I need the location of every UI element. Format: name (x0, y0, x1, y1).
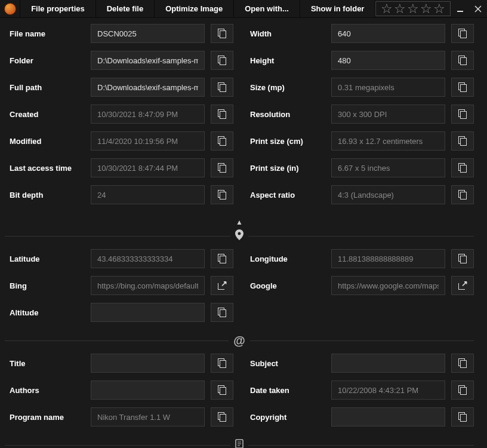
datetaken-label: Date taken (250, 386, 331, 395)
copy-icon (458, 163, 467, 173)
aspect-input (331, 185, 445, 204)
title-label: Title (10, 359, 91, 368)
titlebar: File properties Delete file Optimize Ima… (0, 0, 487, 18)
rating-stars[interactable]: ☆ ☆ ☆ ☆ ☆ (375, 1, 451, 16)
geo-divider (0, 229, 479, 243)
copy-icon (218, 163, 226, 173)
resolution-input (331, 105, 445, 124)
copy-icon (218, 82, 226, 92)
copy-button[interactable] (211, 78, 233, 97)
copy-button[interactable] (451, 158, 474, 177)
copy-button[interactable] (451, 354, 474, 373)
copy-icon (218, 136, 226, 146)
lastaccess-input (91, 158, 205, 177)
resolution-label: Resolution (250, 110, 331, 119)
printin-input (331, 158, 445, 177)
program-label: Program name (10, 413, 91, 422)
copy-icon (218, 109, 226, 119)
copy-button[interactable] (211, 158, 233, 177)
lastaccess-label: Last access time (10, 164, 91, 173)
copy-button[interactable] (451, 131, 474, 151)
copy-icon (218, 412, 226, 422)
folder-label: Folder (10, 56, 91, 65)
star-icon[interactable]: ☆ (407, 2, 419, 16)
star-icon[interactable]: ☆ (433, 2, 445, 16)
star-icon[interactable]: ☆ (420, 2, 432, 16)
copy-icon (218, 358, 226, 368)
copy-button[interactable] (451, 51, 474, 70)
copy-button[interactable] (211, 303, 233, 322)
copy-button[interactable] (211, 407, 233, 426)
created-label: Created (10, 110, 91, 119)
copy-button[interactable] (211, 354, 233, 373)
close-button[interactable] (469, 0, 487, 17)
latitude-label: Latitude (10, 254, 91, 263)
copy-icon (218, 254, 226, 263)
altitude-input[interactable] (91, 303, 205, 322)
subject-input[interactable] (331, 354, 445, 373)
copy-icon (458, 136, 467, 146)
copy-button[interactable] (211, 24, 233, 43)
bitdepth-label: Bit depth (10, 191, 91, 200)
copy-button[interactable] (211, 51, 233, 70)
star-icon[interactable]: ☆ (381, 2, 393, 16)
title-input[interactable] (91, 354, 205, 373)
copy-button[interactable] (211, 131, 233, 151)
external-link-icon (458, 281, 467, 290)
menu-open-with[interactable]: Open with... (234, 0, 300, 17)
width-label: Width (250, 29, 331, 38)
copy-button[interactable] (451, 381, 474, 400)
fullpath-label: Full path (10, 83, 91, 92)
copyright-input[interactable] (331, 407, 445, 426)
meta-divider: @ (0, 333, 479, 348)
document-icon (230, 439, 248, 449)
copy-icon (458, 56, 467, 65)
menu-file-properties[interactable]: File properties (20, 0, 96, 17)
copy-icon (458, 385, 467, 395)
copy-icon (218, 190, 226, 200)
authors-input[interactable] (91, 381, 205, 400)
collapse-toggle[interactable]: ▲ (0, 216, 479, 229)
menu-show-in-folder[interactable]: Show in folder (300, 0, 376, 17)
minimize-button[interactable] (451, 0, 468, 17)
copy-icon (458, 254, 467, 263)
menu-optimize-image[interactable]: Optimize Image (155, 0, 234, 17)
copy-button[interactable] (211, 185, 233, 204)
content-scroll[interactable]: File name Width Folder Height (0, 18, 487, 448)
height-label: Height (250, 56, 331, 65)
copy-button[interactable] (451, 407, 474, 426)
copy-icon (218, 308, 226, 317)
subject-label: Subject (250, 359, 331, 368)
open-link-button[interactable] (211, 276, 233, 295)
aspect-label: Aspect ratio (250, 191, 331, 200)
copy-button[interactable] (211, 249, 233, 268)
pin-icon (230, 229, 248, 243)
sizemp-label: Size (mp) (250, 83, 331, 92)
copy-button[interactable] (451, 78, 474, 97)
copy-icon (458, 190, 467, 200)
star-icon[interactable]: ☆ (394, 2, 406, 16)
copy-icon (458, 412, 467, 422)
copyright-label: Copyright (250, 413, 331, 422)
copy-button[interactable] (451, 185, 474, 204)
fullpath-input[interactable] (91, 78, 205, 97)
folder-input[interactable] (91, 51, 205, 70)
svg-rect-0 (457, 11, 463, 12)
copy-button[interactable] (211, 381, 233, 400)
width-input[interactable] (331, 24, 445, 43)
printcm-input (331, 131, 445, 151)
google-label: Google (250, 281, 331, 290)
filename-input[interactable] (91, 24, 205, 43)
menu-delete-file[interactable]: Delete file (96, 0, 155, 17)
copy-icon (458, 109, 467, 119)
bing-input (91, 276, 205, 295)
app-icon[interactable] (0, 0, 20, 17)
copy-button[interactable] (451, 105, 474, 124)
height-input[interactable] (331, 51, 445, 70)
copy-button[interactable] (211, 105, 233, 124)
open-link-button[interactable] (451, 276, 474, 295)
copy-button[interactable] (451, 249, 474, 268)
file-section: File name Width Folder Height (0, 18, 479, 216)
copy-button[interactable] (451, 24, 474, 43)
bing-label: Bing (10, 281, 91, 290)
